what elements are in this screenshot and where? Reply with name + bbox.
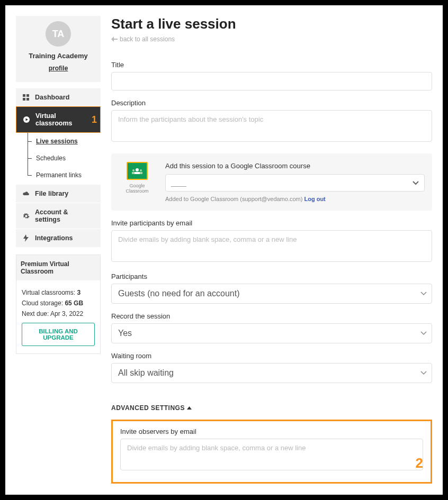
sidebar-item-label: Account & settings xyxy=(35,208,94,223)
google-classroom-selected-value: ____ xyxy=(171,179,186,187)
title-input[interactable] xyxy=(111,72,432,90)
invite-participants-label: Invite participants by email xyxy=(111,219,432,227)
waiting-room-label: Waiting room xyxy=(111,352,432,360)
svg-rect-1 xyxy=(26,94,29,97)
participants-label: Participants xyxy=(111,272,432,280)
description-label: Description xyxy=(111,99,432,107)
premium-storage-line: Cloud storage: 65 GB xyxy=(22,299,95,307)
premium-nextdue-line: Next due: Apr 3, 2022 xyxy=(22,310,95,317)
sidebar-nav: Dashboard Virtual classrooms 1 Live sess… xyxy=(16,88,101,247)
google-classroom-course-select[interactable]: ____ xyxy=(165,174,425,192)
invite-observers-textarea[interactable] xyxy=(120,439,423,470)
svg-rect-10 xyxy=(134,172,140,174)
google-classroom-panel: Google Classroom Add this session to a G… xyxy=(111,153,432,211)
billing-upgrade-button[interactable]: BILLING AND UPGRADE xyxy=(22,323,95,346)
description-textarea[interactable] xyxy=(111,110,432,142)
svg-point-9 xyxy=(140,169,142,171)
org-name: Training Academy xyxy=(20,52,96,60)
premium-classrooms-line: Virtual classrooms: 3 xyxy=(22,289,95,296)
sidebar-item-virtual-classrooms[interactable]: Virtual classrooms 1 xyxy=(16,106,101,133)
grid-icon xyxy=(22,94,30,101)
invite-observers-label: Invite observers by email xyxy=(120,428,423,435)
sidebar-item-label: Integrations xyxy=(35,234,73,242)
sidebar-subnav: Live sessions Schedules Permanent links xyxy=(16,133,101,185)
google-classroom-heading: Add this session to a Google Classroom c… xyxy=(165,162,425,170)
arrow-left-icon xyxy=(111,37,118,42)
waiting-room-select[interactable]: All skip waiting xyxy=(111,363,432,383)
cloud-icon xyxy=(22,190,30,197)
profile-link[interactable]: profile xyxy=(49,65,68,72)
svg-point-8 xyxy=(132,169,135,171)
google-classroom-icon xyxy=(127,162,148,180)
back-link-label: back to all sessions xyxy=(120,35,175,43)
google-classroom-caption: Google Classroom xyxy=(119,183,156,194)
google-classroom-logout-link[interactable]: Log out xyxy=(304,196,325,202)
chevron-down-icon xyxy=(413,181,419,185)
premium-heading: Premium Virtual Classroom xyxy=(16,255,100,280)
play-circle-icon xyxy=(23,116,30,123)
sidebar-sub-permanent-links[interactable]: Permanent links xyxy=(28,167,101,184)
record-select[interactable]: Yes xyxy=(111,323,432,343)
avatar: TA xyxy=(46,21,71,47)
premium-panel: Premium Virtual Classroom Virtual classr… xyxy=(16,254,101,354)
svg-rect-2 xyxy=(23,98,25,101)
advanced-settings-toggle[interactable]: ADVANCED SETTINGS xyxy=(111,404,192,412)
sidebar-item-label: Virtual classrooms xyxy=(35,112,94,127)
sidebar-item-account-settings[interactable]: Account & settings xyxy=(16,203,101,229)
bolt-icon xyxy=(22,234,30,242)
invite-observers-section: Invite observers by email 2 xyxy=(111,420,432,484)
invite-participants-textarea[interactable] xyxy=(111,230,432,262)
google-classroom-note: Added to Google Classroom (support@vedam… xyxy=(165,196,425,202)
sidebar-sub-schedules[interactable]: Schedules xyxy=(28,150,101,167)
record-label: Record the session xyxy=(111,312,432,320)
sidebar-item-label: Dashboard xyxy=(35,94,69,101)
title-label: Title xyxy=(111,61,432,69)
svg-rect-0 xyxy=(23,94,25,97)
participants-select[interactable]: Guests (no need for an account) xyxy=(111,284,432,304)
sidebar-item-label: File library xyxy=(35,190,68,197)
sidebar: TA Training Academy profile Dashboard xyxy=(16,16,101,484)
svg-point-7 xyxy=(136,168,139,171)
page-title: Start a live session xyxy=(111,16,432,32)
sidebar-sub-live-sessions[interactable]: Live sessions xyxy=(28,133,101,150)
sidebar-item-integrations[interactable]: Integrations xyxy=(16,229,101,247)
annotation-marker-1: 1 xyxy=(92,114,97,125)
svg-rect-11 xyxy=(132,172,135,174)
annotation-marker-2: 2 xyxy=(416,455,423,471)
main-content: Start a live session back to all session… xyxy=(111,16,432,484)
back-link[interactable]: back to all sessions xyxy=(111,35,175,43)
svg-marker-6 xyxy=(23,234,29,242)
gear-icon xyxy=(22,212,30,220)
svg-rect-3 xyxy=(26,98,29,101)
sidebar-item-dashboard[interactable]: Dashboard xyxy=(16,88,101,106)
profile-block: TA Training Academy profile xyxy=(16,16,101,82)
sidebar-item-file-library[interactable]: File library xyxy=(16,185,101,203)
svg-rect-12 xyxy=(140,172,142,174)
caret-up-icon xyxy=(187,406,192,410)
